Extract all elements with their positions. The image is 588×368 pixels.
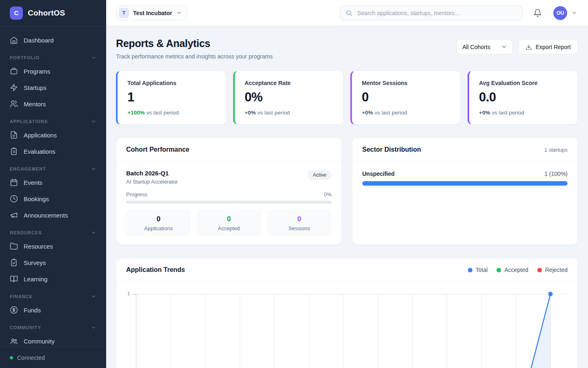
sidebar-item-evaluations[interactable]: Evaluations (5, 143, 101, 159)
sector-row: Unspecified 1 (100%) (362, 171, 568, 177)
data-point-marker (548, 292, 553, 296)
total-series-line (136, 294, 550, 368)
export-report-button[interactable]: Export Report (519, 39, 578, 54)
app-name: CohortOS (28, 9, 65, 18)
batch-stat-label: Accepted (196, 225, 261, 231)
sidebar-item-programs[interactable]: Programs (5, 63, 101, 79)
batch-stat-sessions: 0 Sessions (267, 210, 332, 236)
legend-dot (537, 268, 542, 272)
stat-cards: Total Applications 1 +100% vs last perio… (116, 71, 578, 125)
sidebar-item-announcements[interactable]: Announcements (5, 207, 101, 223)
stat-value: 0.0 (479, 90, 568, 105)
org-switcher[interactable]: T Test Incubator (116, 5, 187, 20)
sidebar-section-engagement[interactable]: ENGAGEMENT (10, 166, 96, 172)
download-icon (526, 44, 532, 50)
stat-card-avg-evaluation-score: Avg Evaluation Score 0.0 +0% vs last per… (468, 71, 578, 125)
home-icon (10, 36, 18, 44)
avatar[interactable]: OU (553, 6, 567, 20)
progress-bar (126, 201, 332, 204)
gridline-vertical (550, 294, 551, 368)
sidebar-item-label: Applications (24, 132, 57, 139)
sidebar-item-label: Programs (24, 68, 50, 75)
section-label: ENGAGEMENT (10, 166, 46, 171)
notifications-button[interactable] (533, 9, 542, 17)
sidebar-item-label: Announcements (24, 212, 68, 219)
sidebar-item-funds[interactable]: Funds (5, 302, 101, 318)
stat-delta-suffix: vs last period (373, 110, 407, 116)
org-name: Test Incubator (133, 10, 172, 16)
sidebar-section-community[interactable]: COMMUNITY (10, 325, 96, 330)
stat-delta: +0% vs last period (362, 110, 450, 116)
sidebar-item-resources[interactable]: Resources (5, 238, 101, 254)
stat-label: Mentor Sessions (362, 80, 450, 86)
sidebar-item-label: Evaluations (24, 148, 56, 155)
users-icon (10, 100, 18, 108)
legend-item-rejected: Rejected (537, 267, 568, 273)
megaphone-icon (10, 211, 18, 219)
legend-item-accepted: Accepted (497, 267, 528, 273)
cohort-filter-value: All Cohorts (462, 44, 490, 50)
sidebar-item-surveys[interactable]: Surveys (5, 254, 101, 271)
sector-value: 1 (100%) (544, 171, 568, 177)
page-subtitle: Track performance metrics and insights a… (116, 53, 273, 60)
startups-count: 1 startups (544, 147, 568, 153)
sidebar-item-bookings[interactable]: Bookings (5, 191, 101, 207)
global-search[interactable] (340, 5, 523, 20)
sidebar-item-mentors[interactable]: Mentors (5, 96, 101, 112)
stat-delta: +100% vs last period (127, 110, 216, 116)
clock-icon (10, 195, 18, 203)
sidebar-item-events[interactable]: Events (5, 174, 101, 191)
chevron-down-icon (91, 166, 96, 172)
clipboard-check-icon (10, 258, 18, 267)
sidebar-item-applications[interactable]: Applications (5, 127, 101, 143)
page-controls: All Cohorts Export Report (457, 39, 578, 54)
batch-stat-label: Applications (126, 225, 191, 231)
sector-label: Unspecified (362, 171, 394, 177)
batch-stat-value: 0 (126, 215, 191, 223)
bell-icon (533, 9, 542, 17)
legend-dot (468, 268, 472, 272)
batch-header: Batch 2026-Q1 AI Startup Accelerator Act… (126, 170, 332, 185)
sidebar-item-startups[interactable]: Startups (5, 79, 101, 96)
search-input[interactable] (356, 9, 517, 17)
main-area: T Test Incubator OU Reports & Analytics … (106, 0, 588, 368)
progress-value: 0% (324, 191, 332, 197)
stat-delta: +0% vs last period (479, 110, 568, 116)
stat-value: 0% (245, 90, 333, 105)
chevron-down-icon (91, 55, 96, 61)
sidebar-item-learning[interactable]: Learning (5, 271, 101, 287)
card-header: Sector Distribution 1 startups (352, 138, 577, 162)
batch-program: AI Startup Accelerator (126, 179, 178, 185)
chevron-down-icon[interactable] (571, 10, 577, 16)
cohort-filter-select[interactable]: All Cohorts (457, 39, 512, 54)
stat-label: Avg Evaluation Score (479, 80, 568, 86)
legend-item-total: Total (468, 267, 488, 273)
briefcase-icon (10, 67, 18, 75)
card-title: Cohort Performance (126, 146, 189, 153)
chart-legend: Total Accepted Rejected (468, 267, 568, 273)
sidebar-section-finance[interactable]: FINANCE (10, 294, 96, 299)
section-label: COMMUNITY (10, 325, 41, 330)
org-badge: T (119, 8, 129, 18)
chevron-down-icon (91, 294, 96, 299)
progress-row: Progress 0% (126, 191, 332, 197)
stat-delta-suffix: vs last period (256, 110, 290, 116)
section-label: RESOURCES (10, 230, 42, 235)
section-label: APPLICATIONS (10, 119, 48, 124)
batch-stat-applications: 0 Applications (126, 210, 191, 236)
sidebar-section-portfolio[interactable]: PORTFOLIO (10, 55, 96, 61)
chevron-down-icon (91, 119, 96, 124)
sidebar: C CohortOS Dashboard PORTFOLIO Programs … (0, 0, 106, 368)
status-badge: Active (307, 170, 332, 180)
status-text: Connected (17, 355, 45, 361)
sidebar-item-label: Surveys (24, 259, 46, 266)
sidebar-item-dashboard[interactable]: Dashboard (5, 32, 101, 48)
card-header: Cohort Performance (116, 138, 341, 162)
sidebar-section-resources[interactable]: RESOURCES (10, 230, 96, 236)
stat-delta-value: +0% (362, 110, 373, 116)
page-header: Reports & Analytics Track performance me… (116, 38, 578, 60)
sidebar-section-applications[interactable]: APPLICATIONS (10, 119, 96, 124)
sector-bar (362, 181, 568, 186)
progress-label: Progress (126, 191, 147, 197)
sidebar-item-label: Events (24, 179, 42, 186)
